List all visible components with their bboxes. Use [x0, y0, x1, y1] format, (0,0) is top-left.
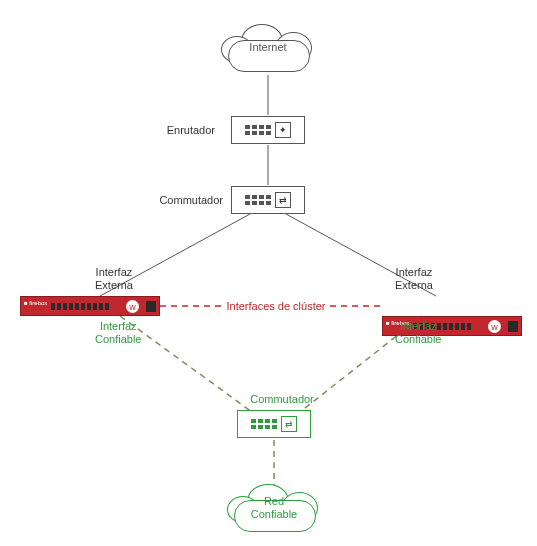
cloud-trusted-net: Red Confiable: [219, 478, 329, 538]
firebox-logo-icon: w: [126, 300, 139, 313]
label-trusted-net: Red Confiable: [219, 478, 329, 538]
label-cluster-interfaces: Interfaces de clúster: [222, 300, 330, 313]
device-firewall-left: ■ firebox w: [20, 296, 160, 316]
label-switch-bottom: Commutador: [242, 393, 322, 406]
switch-icon: ⇄: [275, 192, 291, 208]
connection-lines: [0, 0, 537, 546]
label-switch-top: Commutador: [143, 194, 223, 207]
device-switch-bottom: ⇄: [237, 410, 311, 438]
firebox-badge-icon: ■ firebox: [24, 300, 47, 306]
device-switch-top: ⇄: [231, 186, 305, 214]
label-trust-if-right: Interfaz Confiable: [395, 320, 441, 346]
cloud-internet: Internet: [213, 18, 323, 78]
switch-icon: ⇄: [281, 416, 297, 432]
label-trust-if-left: Interfaz Confiable: [95, 320, 141, 346]
label-router: Enrutador: [155, 124, 215, 137]
label-ext-if-left: Interfaz Externa: [95, 266, 133, 292]
router-icon: ✦: [275, 122, 291, 138]
label-internet: Internet: [213, 18, 323, 78]
device-router: ✦: [231, 116, 305, 144]
firebox-logo-icon: w: [488, 320, 501, 333]
label-ext-if-right: Interfaz Externa: [395, 266, 433, 292]
